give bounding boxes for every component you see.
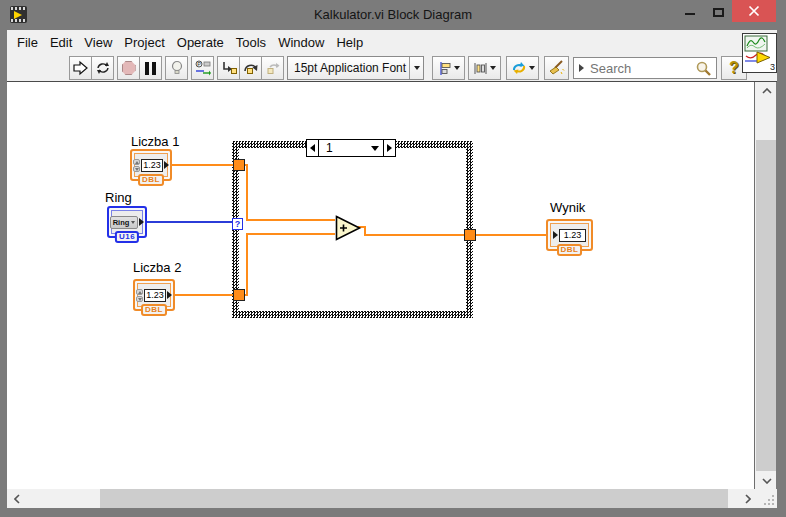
- font-selector-dropdown[interactable]: [409, 57, 423, 79]
- search-box[interactable]: [573, 57, 717, 79]
- tunnel-input-1[interactable]: [233, 159, 245, 171]
- menu-operate[interactable]: Operate: [171, 35, 230, 50]
- menu-project[interactable]: Project: [118, 35, 170, 50]
- search-expand-icon[interactable]: [579, 64, 584, 72]
- wynik-indicator[interactable]: 1.23 DBL: [546, 219, 593, 251]
- wynik-type-tag: DBL: [557, 244, 583, 256]
- titlebar: Kalkulator.vi Block Diagram: [0, 0, 786, 30]
- lightbulb-icon: [170, 60, 184, 76]
- scroll-down-button[interactable]: [756, 472, 777, 489]
- increment-decrement-icon: [136, 289, 143, 302]
- run-icon: [72, 60, 89, 76]
- svg-text:P: P: [197, 61, 201, 67]
- close-button[interactable]: [732, 0, 776, 22]
- search-input[interactable]: [590, 61, 695, 76]
- retain-wire-values-button[interactable]: P: [191, 56, 214, 80]
- step-over-icon: [243, 60, 259, 76]
- menu-help[interactable]: Help: [330, 35, 369, 50]
- liczba1-label[interactable]: Liczba 1: [131, 134, 179, 149]
- help-icon: ?: [729, 59, 739, 77]
- case-selector-terminal[interactable]: ?: [232, 218, 243, 230]
- pause-button[interactable]: [139, 56, 162, 80]
- vi-icon[interactable]: 3: [742, 33, 777, 73]
- ring-type-tag: U16: [115, 231, 139, 243]
- output-arrow-icon: [164, 161, 169, 169]
- horizontal-scrollbar-thumb[interactable]: [100, 489, 728, 508]
- liczba1-control[interactable]: 1.23 DBL: [130, 149, 172, 181]
- step-out-button[interactable]: [261, 56, 284, 80]
- search-icon[interactable]: [695, 60, 712, 77]
- chevron-down-icon: [529, 66, 535, 70]
- wire-ring[interactable]: [145, 221, 233, 223]
- liczba2-type-tag: DBL: [141, 304, 167, 316]
- increment-decrement-icon: [133, 159, 140, 172]
- wire-liczba1-vertical[interactable]: [246, 164, 248, 221]
- vertical-scrollbar-thumb[interactable]: [756, 140, 776, 471]
- ring-control[interactable]: Ring U16: [107, 206, 147, 238]
- chevron-down-icon: [414, 66, 420, 70]
- step-into-button[interactable]: [217, 56, 240, 80]
- abort-icon: [122, 61, 136, 75]
- previous-case-icon: [310, 144, 315, 152]
- menu-edit[interactable]: Edit: [44, 35, 78, 50]
- case-dropdown-icon[interactable]: [371, 146, 379, 151]
- menu-view[interactable]: View: [78, 35, 118, 50]
- case-selector-label[interactable]: 1: [306, 139, 396, 157]
- output-arrow-icon: [167, 291, 172, 299]
- run-continuously-icon: [95, 60, 111, 76]
- distribute-objects-button[interactable]: [468, 56, 501, 80]
- step-over-button[interactable]: [239, 56, 262, 80]
- align-objects-button[interactable]: [432, 56, 465, 80]
- scroll-up-button[interactable]: [756, 82, 777, 99]
- clean-up-diagram-button[interactable]: [544, 56, 569, 80]
- window-title: Kalkulator.vi Block Diagram: [100, 7, 686, 22]
- ring-label[interactable]: Ring: [105, 190, 132, 205]
- tunnel-output[interactable]: [464, 229, 476, 241]
- tunnel-input-2[interactable]: [233, 289, 245, 301]
- menu-tools[interactable]: Tools: [230, 35, 272, 50]
- resize-grip[interactable]: [758, 489, 777, 508]
- run-continuously-button[interactable]: [91, 56, 114, 80]
- liczba2-value: 1.23: [144, 289, 166, 302]
- chevron-down-icon: [762, 478, 772, 484]
- wire-add-input2[interactable]: [246, 233, 335, 235]
- wynik-label[interactable]: Wynik: [550, 200, 585, 215]
- scroll-left-button[interactable]: [7, 489, 27, 508]
- ring-dropdown-icon: [131, 221, 135, 224]
- highlight-execution-button[interactable]: [165, 56, 188, 80]
- horizontal-scrollbar[interactable]: [7, 489, 758, 508]
- distribute-objects-icon: [473, 61, 488, 76]
- menu-window[interactable]: Window: [272, 35, 330, 50]
- scroll-right-button[interactable]: [738, 489, 758, 508]
- chevron-down-icon: [454, 66, 460, 70]
- liczba1-type-tag: DBL: [138, 174, 164, 186]
- chevron-right-icon: [745, 494, 751, 504]
- case-next-button[interactable]: [383, 140, 395, 156]
- reorder-button[interactable]: [506, 56, 539, 80]
- step-into-icon: [221, 60, 237, 76]
- input-arrow-icon: [553, 231, 558, 239]
- vertical-scrollbar[interactable]: [754, 82, 776, 489]
- next-case-icon: [387, 144, 392, 152]
- case-previous-button[interactable]: [307, 140, 319, 156]
- cleanup-broom-icon: [548, 60, 565, 76]
- liczba2-label[interactable]: Liczba 2: [133, 260, 181, 275]
- liczba2-control[interactable]: 1.23 DBL: [133, 279, 175, 311]
- menubar: File Edit View Project Operate Tools Win…: [7, 30, 777, 54]
- chevron-up-icon: [762, 88, 772, 94]
- abort-button[interactable]: [117, 56, 140, 80]
- font-selector[interactable]: 15pt Application Font: [287, 56, 424, 80]
- maximize-button[interactable]: [704, 0, 732, 22]
- wire-liczba2-vertical[interactable]: [246, 233, 248, 296]
- add-function[interactable]: [335, 215, 363, 241]
- wire-add-input1[interactable]: [246, 219, 335, 221]
- labview-window: { "titlebar": { "title": "Kalkulator.vi …: [0, 0, 786, 517]
- wynik-value: 1.23: [559, 229, 587, 242]
- minimize-button[interactable]: [676, 0, 704, 22]
- ring-value: Ring: [113, 217, 130, 228]
- menu-file[interactable]: File: [11, 35, 44, 50]
- run-button[interactable]: [69, 56, 92, 80]
- wire-result[interactable]: [364, 234, 548, 236]
- align-objects-icon: [437, 61, 452, 76]
- block-diagram-canvas[interactable]: 1 ? Liczba 1 1.23 DBL Ring Ring U16 Licz…: [7, 82, 754, 489]
